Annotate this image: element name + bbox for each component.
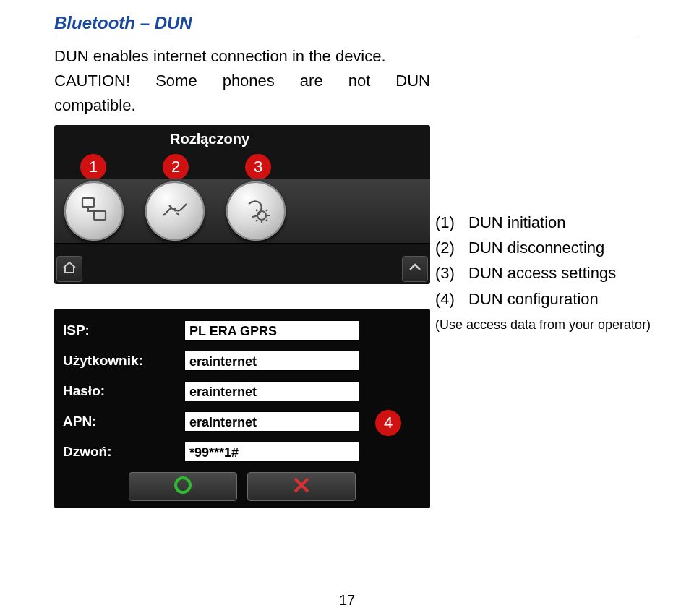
caution-w4: DUN	[395, 69, 430, 93]
svg-rect-1	[94, 211, 106, 220]
field-value-apn[interactable]: erainternet	[184, 411, 359, 432]
badge-3: 3	[245, 154, 271, 180]
caution-label: CAUTION!	[54, 69, 130, 93]
legend-row: (1) DUN initiation	[435, 210, 651, 235]
divider	[54, 38, 640, 38]
cancel-button[interactable]	[247, 472, 356, 501]
legend-row: (2) DUN disconnecting	[435, 235, 651, 260]
dun-disconnect-button[interactable]	[145, 181, 205, 241]
legend-num: (3)	[435, 260, 468, 286]
field-label-dial: Dzwoń:	[63, 444, 184, 460]
scroll-up-button[interactable]	[402, 256, 428, 282]
config-row: Hasło: erainternet	[63, 381, 421, 401]
badge-4: 4	[375, 410, 401, 436]
unplug-icon	[159, 194, 191, 228]
network-icon	[78, 194, 110, 228]
svg-point-2	[257, 211, 266, 220]
x-icon	[291, 474, 312, 499]
intro-text: DUN enables internet connection in the d…	[54, 44, 430, 69]
page-number: 17	[0, 592, 694, 609]
dun-initiation-button[interactable]	[64, 181, 124, 241]
field-label-isp: ISP:	[63, 322, 184, 338]
config-row: APN: erainternet	[63, 411, 421, 432]
caution-w0: Some	[155, 69, 197, 93]
legend-num: (4)	[435, 286, 468, 312]
caution-w3: not	[348, 69, 371, 93]
circle-icon	[172, 474, 194, 499]
badge-2: 2	[163, 154, 189, 180]
config-row: Dzwoń: *99***1#	[63, 442, 421, 462]
legend-num: (1)	[435, 210, 468, 235]
config-row: ISP: PL ERA GPRS	[63, 320, 421, 341]
screenshot-dun-toolbar: Rozłączony 1 2 3	[54, 125, 430, 284]
ok-button[interactable]	[129, 472, 237, 501]
caution-line: CAUTION! Some phones are not DUN	[54, 69, 430, 93]
caution-w1: phones	[223, 69, 275, 93]
legend-row: (4) DUN configuration	[435, 286, 651, 312]
config-buttons	[63, 472, 421, 501]
field-value-user[interactable]: erainternet	[184, 351, 359, 371]
svg-point-3	[176, 478, 190, 492]
legend-text: DUN initiation	[468, 210, 566, 235]
field-value-dial[interactable]: *99***1#	[184, 442, 359, 462]
legend-text: DUN configuration	[468, 286, 599, 312]
bt-status-text: Rozłączony	[170, 131, 249, 147]
field-value-isp[interactable]: PL ERA GPRS	[184, 320, 359, 341]
field-label-apn: APN:	[63, 414, 184, 429]
legend-row: (3) DUN access settings	[435, 260, 651, 286]
field-label-user: Użytkownik:	[63, 353, 184, 369]
field-label-password: Hasło:	[63, 383, 184, 399]
screenshot-dun-config: ISP: PL ERA GPRS Użytkownik: erainternet…	[54, 309, 430, 508]
chevron-up-icon	[407, 260, 423, 278]
legend-num: (2)	[435, 235, 468, 260]
legend-text: DUN access settings	[468, 260, 616, 286]
dun-settings-button[interactable]	[226, 181, 286, 241]
field-value-password[interactable]: erainternet	[184, 381, 359, 401]
config-row: Użytkownik: erainternet	[63, 351, 421, 371]
page-heading: Bluetooth – DUN	[54, 13, 640, 38]
home-icon	[61, 260, 77, 278]
home-button[interactable]	[56, 256, 82, 282]
caution-tail: compatible.	[54, 93, 640, 118]
svg-rect-0	[82, 198, 94, 207]
caution-w2: are	[300, 69, 323, 93]
legend-note: (Use access data from your operator)	[435, 315, 651, 335]
badge-1: 1	[80, 154, 106, 180]
browser-gear-icon	[240, 194, 272, 228]
legend-list: (1) DUN initiation (2) DUN disconnecting…	[435, 210, 651, 335]
legend-text: DUN disconnecting	[468, 235, 604, 260]
